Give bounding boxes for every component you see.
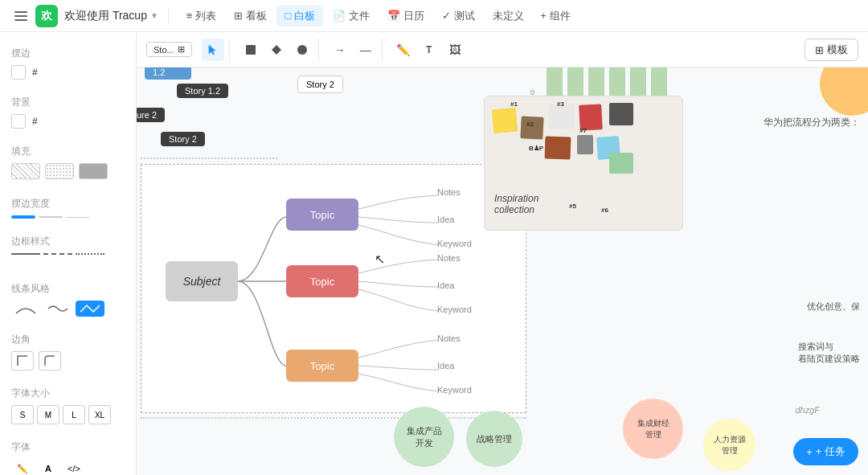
calendar-icon: 📅 [387, 10, 400, 22]
files-icon: 📄 [333, 10, 346, 22]
border-color-preview[interactable] [11, 65, 26, 80]
line-curve[interactable] [11, 301, 40, 317]
border-width-medium[interactable] [39, 216, 63, 218]
watermark: dhzgF [795, 405, 820, 415]
add-task-button[interactable]: + + 任务 [793, 438, 858, 465]
style-dotted[interactable] [76, 253, 104, 266]
inspiration-label: Inspirationcollection [494, 193, 538, 215]
bubble-4[interactable]: 人力资源管理 [703, 419, 755, 471]
sticky-7 [577, 135, 593, 154]
canvas-area: Story 1.1 Feature 1.2 Story 1.2 ure 2 St… [137, 68, 868, 475]
svg-rect-3 [246, 45, 256, 55]
story2-card[interactable]: Story 2 [297, 76, 343, 93]
dotted-line-2 [141, 417, 526, 419]
num-3: #3 [557, 100, 564, 108]
cursor-icon: ↖ [375, 252, 385, 267]
font-tool-text[interactable]: A [37, 459, 59, 475]
corner-round[interactable] [39, 351, 61, 371]
border-width-thick[interactable] [11, 215, 35, 219]
sticky-6 [545, 136, 571, 159]
feature-node-1[interactable]: Feature 1.2 [145, 68, 191, 80]
chart-bar-2 [567, 68, 583, 100]
font-size-m[interactable]: M [37, 405, 59, 424]
chart-bar-3 [588, 68, 604, 100]
circle-tool[interactable] [291, 39, 313, 61]
pencil-tool[interactable]: ✏️ [392, 39, 415, 61]
select-tools [197, 39, 230, 61]
rect-tool[interactable] [240, 39, 262, 61]
bubble-3[interactable]: 集成财经管理 [623, 399, 683, 459]
topic-box-2[interactable]: Topic [286, 265, 358, 297]
font-section: 字体 ✏️ A </> [0, 436, 136, 475]
line-style-label: 线条风格 [11, 282, 125, 296]
nav-plus-button[interactable]: + 组件 [534, 6, 576, 27]
mm-label-keyword-2: Keyword [437, 305, 472, 314]
text-tool[interactable]: T [418, 39, 440, 61]
border-label: 摆边 [11, 47, 125, 60]
nav-item-calendar[interactable]: 📅 日历 [379, 6, 432, 27]
sidebar-toggle[interactable] [10, 5, 32, 27]
border-width-thin[interactable] [66, 217, 90, 218]
subject-box[interactable]: Subject [166, 261, 238, 301]
mm-label-notes-3: Notes [437, 334, 461, 343]
shape-tools [235, 39, 319, 61]
topic-box-3[interactable]: Topic [286, 350, 358, 382]
arrow-tool[interactable]: → [329, 39, 351, 61]
font-size-xl[interactable]: XL [88, 405, 111, 424]
story-node-3[interactable]: Story 2 [161, 132, 205, 146]
nav-item-test[interactable]: ✓ 测试 [434, 6, 483, 27]
nav-item-whiteboard[interactable]: □ 白板 [276, 6, 323, 27]
mm-label-notes-1: Notes [437, 187, 461, 197]
template-icon: ⊞ [815, 44, 824, 56]
chart-bar-4 [609, 68, 625, 100]
orange-blob [820, 68, 868, 116]
background-color-input[interactable]: # [32, 116, 96, 127]
style-dashed[interactable] [43, 253, 72, 266]
svg-rect-0 [14, 11, 27, 13]
font-size-s[interactable]: S [11, 405, 34, 424]
nav-item-list[interactable]: ≡ 列表 [178, 6, 225, 27]
font-size-options: S M L XL [11, 405, 125, 424]
diamond-tool[interactable] [265, 39, 288, 61]
line-zigzag[interactable] [76, 301, 104, 317]
fill-lines[interactable] [11, 163, 40, 179]
line-tool[interactable]: — [354, 39, 377, 61]
nav-item-undefined[interactable]: 未定义 [485, 6, 532, 27]
fill-label: 填充 [11, 145, 125, 158]
sto-card[interactable]: Sto... ⊞ [146, 42, 192, 57]
template-button[interactable]: ⊞ 模板 [805, 39, 858, 61]
nav-item-board[interactable]: ⊞ 看板 [226, 6, 275, 27]
sticky-1 [492, 108, 518, 134]
image-tool[interactable]: 🖼 [444, 39, 466, 61]
background-color-preview[interactable] [11, 114, 26, 129]
bubble-2[interactable]: 战略管理 [466, 411, 522, 467]
line-wave[interactable] [43, 301, 72, 317]
num-1: #1 [510, 100, 518, 108]
nav-divider [168, 8, 169, 24]
fill-dots[interactable] [45, 163, 74, 179]
font-tool-edit[interactable]: ✏️ [11, 459, 34, 475]
chart-bar-6 [651, 68, 667, 100]
top-nav: 欢 欢迎使用 Tracup ▼ ≡ 列表 ⊞ 看板 □ 白板 📄 文件 📅 日历… [0, 0, 868, 32]
story-node-2[interactable]: Story 1.2 [177, 84, 228, 98]
style-solid[interactable] [11, 253, 40, 266]
nav-item-files[interactable]: 📄 文件 [325, 6, 378, 27]
topic-box-1[interactable]: Topic [286, 199, 358, 231]
fill-solid[interactable] [79, 163, 108, 179]
border-color-input[interactable]: # [32, 67, 96, 78]
font-tool-code[interactable]: </> [63, 459, 85, 475]
text-tools: ✏️ T 🖼 [387, 39, 471, 61]
bubble-1[interactable]: 集成产品开发 [394, 407, 454, 467]
board-icon: ⊞ [234, 10, 243, 22]
border-width-label: 摆边宽度 [11, 197, 125, 211]
svg-marker-4 [272, 45, 281, 55]
inspiration-card[interactable]: Inspirationcollection #1 #2 #3 B♟P #7 #5… [484, 96, 683, 231]
corner-sharp[interactable] [11, 351, 34, 371]
select-tool[interactable] [202, 39, 224, 61]
font-size-l[interactable]: L [63, 405, 85, 424]
feature-node-2[interactable]: ure 2 [137, 108, 165, 122]
background-section: 背景 # [0, 91, 136, 140]
mm-label-notes-2: Notes [437, 253, 461, 263]
left-sidebar: 摆边 # 背景 # 填充 摆边宽度 边框样式 [0, 32, 137, 475]
nav-items: ≡ 列表 ⊞ 看板 □ 白板 📄 文件 📅 日历 ✓ 测试 未定义 + 组件 [178, 6, 577, 27]
